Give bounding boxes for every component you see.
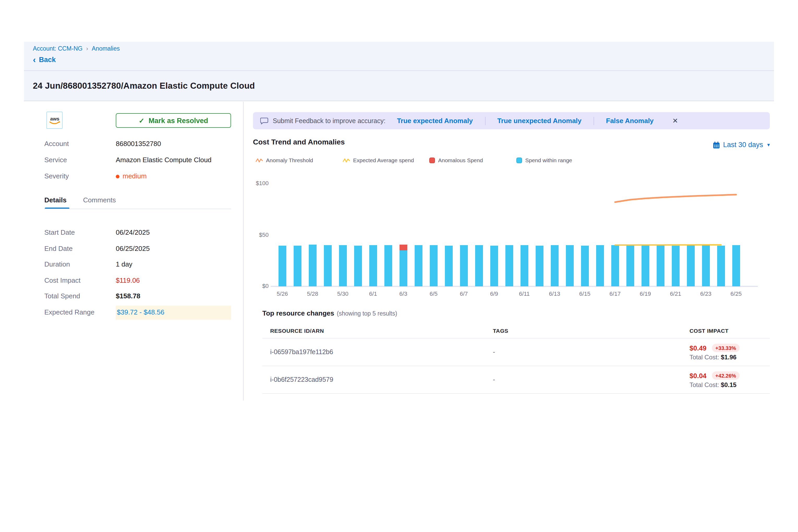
calendar-icon — [713, 141, 720, 148]
y-axis-label: $100 — [237, 180, 269, 186]
resource-tags: - — [493, 376, 689, 383]
resources-title: Top resource changes(showing top 5 resul… — [262, 309, 397, 317]
y-axis-label: $0 — [237, 283, 269, 289]
total-cost-line: Total Cost: $0.15 — [689, 381, 770, 388]
anomaly-threshold-line — [615, 194, 736, 202]
legend-label: Anomaly Threshold — [266, 157, 313, 163]
total-spend-row: Total Spend $158.78 — [44, 292, 231, 300]
x-axis-label: 6/3 — [392, 290, 415, 297]
legend-label: Spend within range — [525, 157, 572, 163]
aws-provider-icon: aws — [46, 112, 62, 129]
start-date-row: Start Date 06/24/2025 — [44, 228, 231, 237]
resource-tags: - — [493, 348, 689, 356]
end-date-value: 06/25/2025 — [116, 244, 150, 253]
start-date-label: Start Date — [44, 228, 116, 237]
cost-impact-cell: $0.49+33.33%Total Cost: $1.96 — [689, 340, 770, 365]
legend-label: Expected Average spend — [353, 157, 414, 163]
tab-divider — [44, 209, 231, 209]
x-axis-label: 6/19 — [634, 290, 657, 297]
date-range-selector[interactable]: Last 30 days ▾ — [713, 141, 770, 149]
resolve-label: Mark as Resolved — [149, 117, 208, 125]
x-axis-label: 6/25 — [725, 290, 748, 297]
mark-as-resolved-button[interactable]: ✓ Mark as Resolved — [116, 113, 231, 128]
legend-item-4: Spend within range — [516, 157, 572, 163]
resource-id: i-0b6f257223cad9579 — [270, 376, 493, 383]
tab-details[interactable]: Details — [44, 196, 66, 204]
table-header-row: RESOURCE ID/ARN TAGS COST IMPACT — [262, 323, 770, 339]
resources-title-text: Top resource changes — [262, 309, 334, 317]
duration-label: Duration — [44, 260, 116, 269]
trend-lines — [279, 184, 740, 286]
breadcrumb-anomalies-link[interactable]: Anomalies — [92, 45, 120, 52]
x-axis-label: 5/30 — [331, 290, 355, 297]
feedback-option-3[interactable]: False Anomaly — [606, 117, 654, 125]
back-chevron-icon: ‹ — [33, 56, 36, 63]
cost-impact-percent-badge: +42.26% — [712, 372, 740, 380]
page-header: Account: CCM-NG › Anomalies ‹ Back 24 Ju… — [24, 42, 774, 101]
col-tags: TAGS — [493, 327, 689, 334]
total-cost-value: $1.96 — [721, 354, 737, 361]
cost-impact-value: $0.04 — [689, 372, 706, 379]
table-row: i-0b6f257223cad9579-$0.04+42.26%Total Co… — [262, 366, 770, 394]
legend-item-2: Expected Average spend — [343, 157, 414, 163]
x-axis-label: 5/28 — [301, 290, 324, 297]
x-axis-label: 6/17 — [604, 290, 627, 297]
total-spend-label: Total Spend — [44, 292, 116, 300]
tab-comments[interactable]: Comments — [83, 196, 116, 204]
account-row: Account 868001352780 — [44, 140, 231, 148]
legend-swatch-icon — [429, 157, 435, 163]
duration-row: Duration 1 day — [44, 260, 231, 269]
chart-legend: Anomaly ThresholdExpected Average spendA… — [255, 157, 772, 164]
y-axis-label: $50 — [237, 231, 269, 238]
feedback-option-1[interactable]: True expected Anomaly — [397, 117, 473, 125]
svg-text:aws: aws — [50, 116, 59, 121]
feedback-option-divider — [593, 117, 594, 125]
severity-dot-icon — [116, 174, 119, 178]
x-axis-label: 5/26 — [271, 290, 294, 297]
col-resource-id: RESOURCE ID/ARN — [270, 327, 493, 334]
cost-impact-line: $0.49+33.33% — [689, 344, 770, 352]
x-axis-label: 6/21 — [664, 290, 687, 297]
x-axis-label: 6/1 — [362, 290, 385, 297]
panel-divider — [243, 102, 244, 401]
anomaly-detail-page: Account: CCM-NG › Anomalies ‹ Back 24 Ju… — [0, 0, 798, 532]
feedback-option-2[interactable]: True unexpected Anomaly — [497, 117, 582, 125]
severity-label: Severity — [44, 172, 116, 180]
feedback-option-divider — [485, 117, 485, 125]
breadcrumb-account-link[interactable]: Account: CCM-NG — [33, 45, 82, 52]
cost-impact-value: $119.06 — [116, 276, 140, 285]
resource-id: i-06597ba197fe112b6 — [270, 348, 493, 356]
expected-range-value: $39.72 - $48.56 — [116, 305, 231, 320]
duration-value: 1 day — [116, 260, 132, 269]
date-range-value: Last 30 days — [723, 141, 763, 149]
cost-impact-percent-badge: +33.33% — [712, 344, 740, 352]
x-axis-label: 6/15 — [573, 290, 596, 297]
back-button[interactable]: ‹ Back — [33, 56, 774, 64]
back-label: Back — [39, 56, 56, 64]
zigzag-line-icon — [343, 157, 350, 163]
cost-impact-cell: $0.04+42.26%Total Cost: $0.15 — [689, 367, 770, 392]
table-row: i-06597ba197fe112b6-$0.49+33.33%Total Co… — [262, 339, 770, 366]
total-spend-value: $158.78 — [116, 292, 140, 300]
cost-trend-chart: 5/265/285/306/16/36/56/76/96/116/136/156… — [279, 184, 740, 286]
check-icon: ✓ — [139, 117, 145, 125]
start-date-value: 06/24/2025 — [116, 228, 150, 237]
end-date-label: End Date — [44, 244, 116, 253]
legend-label: Anomalous Spend — [438, 157, 483, 163]
legend-swatch-icon — [516, 157, 522, 163]
cost-impact-label: Cost Impact — [44, 276, 116, 285]
account-value: 868001352780 — [116, 140, 161, 148]
col-cost-impact: COST IMPACT — [689, 327, 770, 334]
chart-title: Cost Trend and Anomalies — [253, 138, 345, 146]
chat-bubble-icon — [260, 117, 269, 125]
service-row: Service Amazon Elastic Compute Cloud — [44, 156, 231, 164]
feedback-options: True expected AnomalyTrue unexpected Ano… — [397, 117, 653, 125]
close-icon[interactable]: ✕ — [672, 117, 678, 125]
x-axis-label: 6/23 — [695, 290, 717, 297]
x-axis-label: 6/5 — [422, 290, 445, 297]
account-label: Account — [44, 140, 116, 148]
expected-range-row: Expected Range $39.72 - $48.56 — [44, 308, 231, 320]
breadcrumb-separator-icon: › — [86, 45, 88, 52]
page-title: 24 Jun/868001352780/Amazon Elastic Compu… — [33, 81, 255, 91]
x-axis-label: 6/11 — [513, 290, 536, 297]
